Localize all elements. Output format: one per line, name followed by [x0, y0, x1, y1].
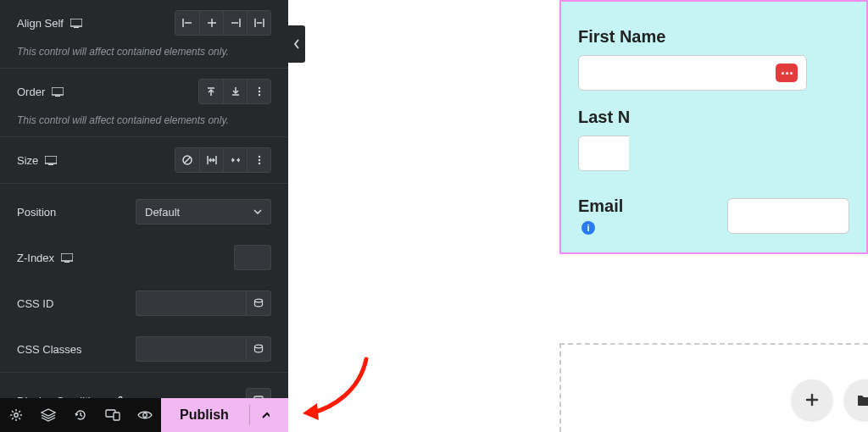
responsive-icon[interactable] [70, 19, 82, 28]
last-name-label: Last Name [578, 108, 629, 127]
size-label: Size [17, 154, 110, 167]
cssclasses-input[interactable] [136, 336, 246, 362]
svg-point-19 [258, 94, 259, 96]
svg-point-31 [258, 163, 259, 164]
row-size: Size [0, 137, 288, 184]
svg-point-18 [258, 91, 259, 92]
cssclasses-label: CSS Classes [17, 343, 110, 356]
svg-line-46 [19, 418, 20, 419]
row-cssclasses: CSS Classes [0, 326, 288, 373]
size-grow-button[interactable] [199, 148, 223, 172]
row-display-conditions: Display Conditions [0, 373, 288, 398]
order-start-button[interactable] [199, 80, 223, 103]
svg-line-48 [19, 411, 20, 413]
row-align-self: Align Self [0, 0, 288, 46]
svg-point-29 [258, 156, 259, 158]
svg-point-52 [143, 413, 147, 418]
row-zindex: Z-Index [0, 235, 288, 280]
size-more-button[interactable] [247, 148, 270, 172]
align-start-button[interactable] [175, 11, 199, 35]
order-label: Order [17, 86, 110, 98]
caret-down-icon [253, 209, 262, 214]
add-widget-button[interactable] [792, 379, 832, 420]
position-label: Position [17, 206, 110, 219]
zindex-input[interactable] [234, 245, 271, 270]
svg-point-35 [255, 345, 263, 348]
align-self-buttons [175, 10, 271, 36]
navigator-icon[interactable] [32, 398, 64, 432]
first-name-input[interactable] [578, 55, 807, 91]
svg-rect-11 [52, 87, 64, 95]
password-manager-icon[interactable] [776, 64, 798, 82]
order-end-button[interactable] [223, 80, 247, 103]
history-icon[interactable] [64, 398, 97, 432]
responsive-icon[interactable] [61, 253, 73, 263]
svg-point-17 [258, 87, 259, 89]
display-conditions-button[interactable] [246, 388, 271, 398]
svg-point-40 [14, 413, 18, 417]
svg-rect-20 [45, 156, 57, 163]
svg-marker-55 [303, 403, 319, 420]
svg-rect-32 [61, 253, 73, 261]
preview-icon[interactable] [129, 398, 161, 432]
size-shrink-button[interactable] [223, 148, 247, 172]
svg-line-45 [12, 411, 14, 413]
size-buttons [175, 147, 271, 173]
info-icon[interactable]: i [581, 221, 595, 235]
size-none-button[interactable] [175, 148, 199, 172]
panel-collapse-tab[interactable] [288, 25, 305, 63]
last-name-input[interactable] [578, 136, 629, 171]
field-email: Emaili [578, 197, 849, 235]
responsive-icon[interactable] [45, 156, 57, 165]
svg-point-30 [258, 159, 259, 161]
dynamic-tag-button[interactable] [246, 291, 271, 316]
bottom-toolbar: Publish [0, 398, 288, 432]
align-center-button[interactable] [199, 11, 223, 35]
responsive-mode-icon[interactable] [97, 398, 129, 432]
svg-line-47 [12, 418, 14, 419]
cssid-input[interactable] [136, 291, 246, 316]
svg-rect-0 [70, 19, 82, 26]
svg-line-23 [185, 158, 191, 163]
row-cssid: CSS ID [0, 280, 288, 326]
svg-point-34 [255, 299, 263, 302]
align-stretch-button[interactable] [247, 11, 270, 35]
field-last-name: Last Name [578, 108, 629, 171]
arrow-annotation [300, 352, 376, 429]
first-name-label: First Name [578, 27, 807, 47]
row-position: Position Default [0, 184, 288, 235]
svg-rect-51 [114, 413, 120, 420]
dynamic-tag-button[interactable] [246, 336, 271, 362]
order-note: This control will affect contained eleme… [0, 114, 288, 137]
position-value: Default [145, 206, 180, 219]
order-buttons [198, 79, 271, 104]
publish-label: Publish [180, 407, 229, 423]
publish-button[interactable]: Publish [161, 398, 288, 432]
order-more-button[interactable] [247, 80, 270, 103]
editor-panel: Align Self This control will affect cont… [0, 0, 288, 398]
folder-button[interactable] [844, 379, 868, 420]
settings-icon[interactable] [0, 398, 32, 432]
row-order: Order [0, 69, 288, 114]
align-end-button[interactable] [223, 11, 247, 35]
responsive-icon[interactable] [52, 87, 64, 97]
cssid-label: CSS ID [17, 297, 110, 310]
zindex-label: Z-Index [17, 252, 110, 264]
fab-row [792, 379, 868, 420]
email-label: Emaili [578, 197, 634, 235]
align-self-note: This control will affect contained eleme… [0, 46, 288, 69]
email-input[interactable] [727, 198, 849, 234]
publish-chevron-up-icon[interactable] [249, 405, 270, 425]
svg-marker-49 [42, 409, 55, 416]
position-select[interactable]: Default [136, 199, 271, 224]
field-first-name: First Name [578, 27, 807, 91]
form-preview: First Name Last Name Emaili [559, 0, 868, 254]
align-self-label: Align Self [17, 17, 110, 30]
